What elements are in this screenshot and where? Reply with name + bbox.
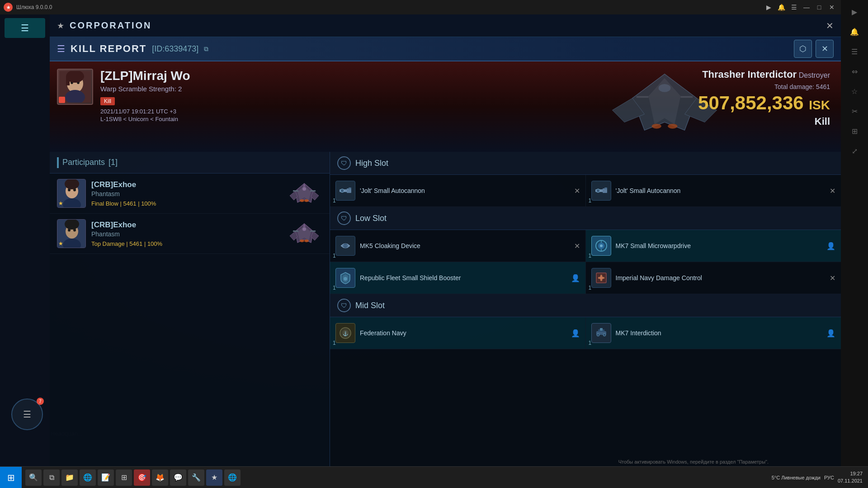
widget-badge: 7 (37, 398, 44, 405)
close-icon: ✕ (821, 44, 828, 54)
bell-button[interactable]: 🔔 (776, 2, 787, 13)
language-indicator: РУС (824, 475, 834, 480)
microwarpdrive-icon (591, 236, 611, 256)
close-button[interactable]: ✕ (826, 2, 837, 13)
svg-rect-15 (66, 76, 70, 85)
right-sidebar-scissors[interactable]: ✂ (846, 103, 863, 119)
kr-menu-icon[interactable]: ☰ (57, 43, 65, 54)
slot-item-name-3: MK5 Cloaking Device (360, 242, 570, 250)
svg-point-4 (652, 124, 661, 129)
kr-copy-icon[interactable]: ⧉ (204, 45, 208, 53)
minimize-button[interactable]: — (801, 2, 812, 13)
slot-close-3[interactable]: ✕ (574, 242, 580, 250)
taskbar-browser2[interactable]: 🦊 (152, 469, 168, 486)
svg-rect-8 (681, 96, 693, 98)
maximize-button[interactable]: □ (814, 2, 825, 13)
right-sidebar-grid[interactable]: ⊞ (846, 123, 863, 139)
taskbar-appred[interactable]: 🎯 (134, 469, 150, 486)
taskbar-search[interactable]: 🔍 (25, 469, 42, 486)
low-slot-item-3[interactable]: 1 Republic Fleet Small Shield Booster 👤 (330, 262, 586, 294)
participant-item-2[interactable]: ★ [CRB]Exhoe Phantasm Top Damage | 5461 … (50, 214, 330, 254)
left-nav-header[interactable]: ☰ (5, 18, 45, 38)
participant-ship-img-2 (286, 220, 322, 247)
participants-bar-decoration (57, 157, 59, 168)
svg-rect-28 (293, 190, 298, 192)
ship-class: Destroyer (799, 71, 830, 79)
participant-avatar-1: ★ (57, 179, 86, 208)
slot-close-2[interactable]: ✕ (830, 187, 835, 195)
participant-ship-1: Phantasm (91, 190, 281, 197)
slot-close-1[interactable]: ✕ (574, 187, 580, 195)
slot-qty-4: 1 (589, 253, 592, 259)
taskbar-apps[interactable]: ⊞ (116, 469, 132, 486)
app-logo: ★ (4, 3, 13, 12)
participant-star-icon: ★ (58, 200, 63, 206)
participant-item[interactable]: ★ [CRB]Exhoe Phantasm Final Blow | 5461 … (50, 174, 330, 214)
slot-qty-8: 1 (589, 340, 592, 346)
low-slot-item-2[interactable]: 1 MK7 Small Microwarpdrive (586, 230, 841, 262)
right-sidebar-bell[interactable]: 🔔 (846, 23, 863, 40)
taskbar-eve[interactable]: ★ (206, 469, 222, 486)
right-sidebar-star[interactable]: ☆ (846, 83, 863, 99)
menu-button[interactable]: ☰ (788, 2, 799, 13)
taskbar-start[interactable]: ⊞ (0, 467, 22, 488)
low-slot-title: Low Slot (355, 214, 387, 223)
svg-rect-75 (600, 328, 603, 331)
avatar-badge (59, 97, 65, 103)
high-slot-item-2[interactable]: 1 'Jolt' Small Autocannon ✕ (586, 175, 841, 206)
corp-bar: ★ CORPORATION ✕ (50, 14, 841, 37)
kr-close-button[interactable]: ✕ (816, 40, 834, 58)
svg-point-42 (300, 239, 304, 242)
clock-time: 19:27 (838, 470, 863, 477)
svg-rect-50 (349, 188, 351, 189)
high-slot-item-1[interactable]: 1 'Jolt' Small Autocannon ✕ (330, 175, 586, 206)
corp-close-button[interactable]: ✕ (826, 20, 834, 31)
svg-point-6 (659, 84, 671, 92)
pilot-avatar (57, 69, 93, 105)
participant-info-1: [CRB]Exhoe Phantasm Final Blow | 5461 | … (91, 180, 281, 207)
kr-export-button[interactable]: ⬡ (794, 40, 812, 58)
app-titlebar: ★ Шлюха 9.0.0.0 ▶ 🔔 ☰ — □ ✕ (0, 0, 841, 14)
low-slot-row-1: 1 MK5 Cloaking Device ✕ (330, 230, 841, 262)
slot-qty-3: 1 (333, 253, 336, 259)
high-slot-title: High Slot (355, 159, 388, 168)
svg-point-74 (603, 333, 606, 336)
taskbar-discord[interactable]: 💬 (170, 469, 186, 486)
mid-slot-item-1[interactable]: 1 ⚓ Federation Navy 👤 (330, 317, 586, 349)
right-sidebar-arrows[interactable]: ⇔ (846, 63, 863, 80)
slot-item-name-6: Imperial Navy Damage Control (616, 274, 826, 282)
taskbar-tool1[interactable]: 🔧 (188, 469, 204, 486)
right-sidebar-menu[interactable]: ☰ (846, 43, 863, 60)
game-area: ☰ ☰ 7 Headquan... ★ CORPORATION ✕ ☰ KILL… (0, 14, 841, 466)
taskbar-notepad[interactable]: 📝 (98, 469, 114, 486)
svg-point-5 (668, 124, 677, 129)
play-button[interactable]: ▶ (763, 2, 774, 13)
right-sidebar-expand[interactable]: ⤢ (846, 143, 863, 159)
mid-slot-header: 🛡 Mid Slot (330, 294, 841, 317)
svg-point-26 (300, 199, 304, 202)
svg-rect-44 (293, 230, 298, 232)
low-slot-item-4[interactable]: 1 Imperial Navy Damage Control ✕ (586, 262, 841, 294)
interdiction-icon (591, 323, 611, 343)
participants-count: [1] (108, 158, 118, 167)
bottom-left-widget[interactable]: ☰ 7 (11, 399, 43, 430)
taskbar-chrome2[interactable]: 🌐 (224, 469, 241, 486)
slot-person-8: 👤 (826, 329, 835, 338)
participant-stats-1: Final Blow | 5461 | 100% (91, 200, 281, 207)
autocannon-icon-2 (591, 181, 611, 201)
participants-title: Participants (62, 158, 105, 167)
slot-qty-2: 1 (589, 197, 592, 204)
low-slot-row-2: 1 Republic Fleet Small Shield Booster 👤 (330, 262, 841, 294)
slots-panel: 🛡 High Slot 1 (330, 152, 841, 466)
taskbar-chrome[interactable]: 🌐 (80, 469, 96, 486)
right-sidebar-play[interactable]: ▶ (846, 4, 863, 20)
low-slot-item-1[interactable]: 1 MK5 Cloaking Device ✕ (330, 230, 586, 262)
taskbar-taskview[interactable]: ⧉ (43, 469, 60, 486)
slot-item-name-1: 'Jolt' Small Autocannon (360, 187, 570, 195)
high-slot-icon: 🛡 (337, 156, 351, 170)
low-slot-icon: 🛡 (337, 211, 351, 225)
right-sidebar: ▶ 🔔 ☰ ⇔ ☆ ✂ ⊞ ⤢ (841, 0, 868, 466)
slot-close-6[interactable]: ✕ (830, 274, 835, 282)
taskbar-files[interactable]: 📁 (61, 469, 78, 486)
mid-slot-item-2[interactable]: 1 MK7 Interdiction (586, 317, 841, 349)
